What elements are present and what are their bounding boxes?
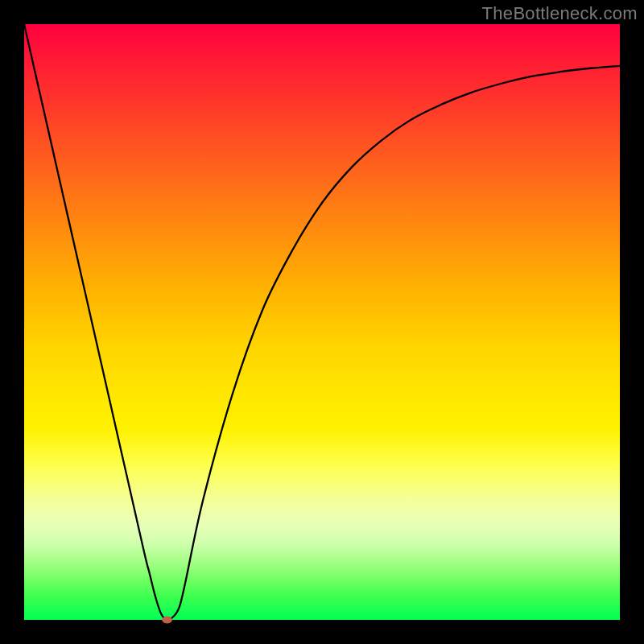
curve-layer — [24, 24, 620, 620]
figure-frame: TheBottleneck.com — [0, 0, 644, 644]
optimum-marker — [163, 617, 172, 623]
plot-area — [24, 24, 620, 620]
bottleneck-curve — [24, 24, 620, 620]
watermark-text: TheBottleneck.com — [482, 3, 638, 24]
